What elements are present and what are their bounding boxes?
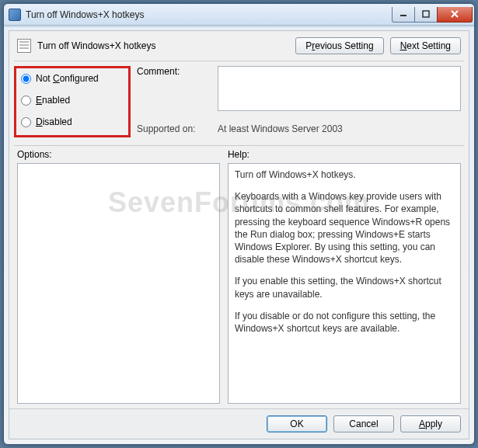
- dialog-buttons: OK Cancel Apply: [9, 408, 469, 439]
- close-button[interactable]: [437, 7, 473, 23]
- options-panel[interactable]: [17, 163, 220, 404]
- supported-value: At least Windows Server 2003: [218, 123, 461, 134]
- radio-not-configured[interactable]: Not Configured: [21, 73, 124, 84]
- previous-setting-button[interactable]: Previous Setting: [295, 37, 383, 54]
- next-setting-button[interactable]: Next Setting: [390, 37, 461, 54]
- options-column: Options:: [17, 146, 220, 404]
- header-row: Turn off Windows+X hotkeys Previous Sett…: [9, 31, 469, 61]
- comment-label: Comment:: [137, 66, 215, 77]
- radio-disabled[interactable]: Disabled: [21, 116, 124, 127]
- svg-rect-1: [423, 11, 429, 17]
- help-panel[interactable]: Turn off Windows+X hotkeys. Keyboards wi…: [228, 163, 461, 404]
- radio-enabled-input[interactable]: [21, 96, 31, 106]
- help-text: If you enable this setting, the Windows+…: [235, 275, 454, 300]
- upper-grid: Not Configured Enabled Disabled Comment:: [9, 61, 469, 145]
- help-column: Help: Turn off Windows+X hotkeys. Keyboa…: [228, 146, 461, 404]
- apply-button[interactable]: Apply: [400, 415, 461, 432]
- state-radio-group: Not Configured Enabled Disabled: [14, 66, 131, 137]
- help-text: Turn off Windows+X hotkeys.: [235, 168, 454, 181]
- client-area: Turn off Windows+X hotkeys Previous Sett…: [9, 30, 469, 439]
- ok-button[interactable]: OK: [267, 415, 327, 432]
- info-grid: Comment: Supported on: At least Windows …: [137, 66, 461, 137]
- policy-title: Turn off Windows+X hotkeys: [37, 40, 289, 51]
- lower-grid: Options: Help: Turn off Windows+X hotkey…: [9, 146, 469, 408]
- window-title: Turn off Windows+X hotkeys: [26, 9, 393, 20]
- help-text: If you disable or do not configure this …: [235, 310, 454, 335]
- radio-enabled[interactable]: Enabled: [21, 95, 124, 106]
- maximize-button[interactable]: [414, 7, 438, 23]
- minimize-button[interactable]: [392, 7, 415, 23]
- titlebar[interactable]: Turn off Windows+X hotkeys: [4, 4, 474, 26]
- radio-not-configured-input[interactable]: [21, 74, 31, 84]
- policy-icon: [17, 39, 31, 53]
- help-text: Keyboards with a Windows key provide use…: [235, 190, 454, 266]
- cancel-button[interactable]: Cancel: [333, 415, 394, 432]
- window-controls: [393, 7, 473, 23]
- options-label: Options:: [17, 149, 220, 160]
- app-icon: [9, 9, 21, 21]
- supported-label: Supported on:: [137, 123, 215, 134]
- radio-disabled-input[interactable]: [21, 117, 31, 127]
- dialog-window: Turn off Windows+X hotkeys Turn off Wind…: [3, 3, 475, 445]
- comment-textarea[interactable]: [218, 66, 461, 111]
- help-label: Help:: [228, 149, 461, 160]
- svg-rect-0: [400, 15, 406, 16]
